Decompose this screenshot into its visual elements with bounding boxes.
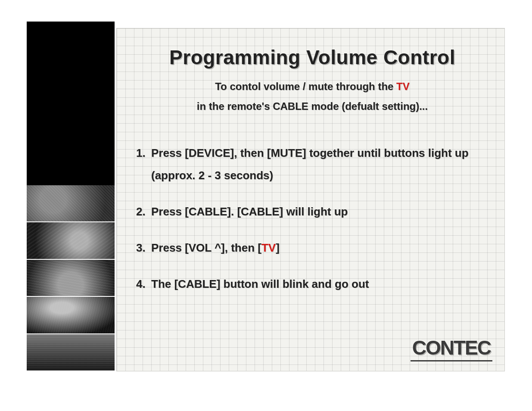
content-area: Programming Volume Control To contol vol… [116,28,505,371]
sidebar-image-strip [27,185,115,371]
step-3-post: ] [276,241,280,254]
slide-frame: Programming Volume Control To contol vol… [0,0,532,411]
slide-subtitle: To contol volume / mute through the TV i… [133,77,492,116]
step-3: Press [VOL ^], then [TV] [149,237,492,259]
step-3-pre: Press [VOL ^], then [ [151,241,261,254]
sidebar-photo-4 [27,296,115,333]
step-2: Press [CABLE]. [CABLE] will light up [149,200,492,223]
content-inner: Programming Volume Control To contol vol… [133,46,492,362]
subtitle-line1-emphasis: TV [396,81,410,92]
slide-title: Programming Volume Control [133,46,492,69]
sidebar-black-column [27,22,115,371]
sidebar-photo-1 [27,185,115,221]
subtitle-line2: in the remote's CABLE mode (defualt sett… [197,100,428,112]
subtitle-line1-pre: To contol volume / mute through the [215,81,396,92]
contec-logo-text: CONTEC [412,336,491,359]
step-4-text: The [CABLE] button will blink and go out [151,277,369,290]
step-1: Press [DEVICE], then [MUTE] together unt… [149,142,492,187]
step-1-text: Press [DEVICE], then [MUTE] together unt… [151,146,469,182]
step-3-emphasis: TV [261,241,276,254]
step-4: The [CABLE] button will blink and go out [149,273,492,295]
sidebar-photo-5 [27,333,115,371]
steps-list: Press [DEVICE], then [MUTE] together unt… [133,142,492,295]
sidebar-photo-2 [27,221,115,258]
contec-logo: CONTEC [411,336,492,361]
step-2-text: Press [CABLE]. [CABLE] will light up [151,205,348,218]
sidebar-photo-3 [27,259,115,296]
